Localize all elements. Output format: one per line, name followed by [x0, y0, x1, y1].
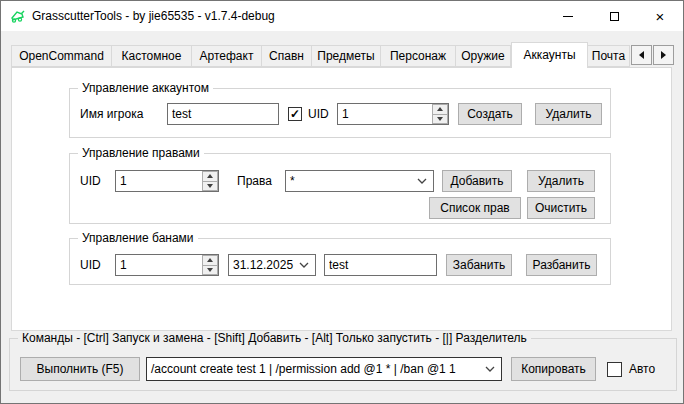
command-combobox[interactable]: /account create test 1 | /permission add…	[146, 357, 502, 381]
minimize-icon	[563, 16, 573, 17]
tab-items[interactable]: Предметы	[312, 45, 381, 67]
stepper-down-button[interactable]	[432, 115, 448, 125]
chevron-down-icon	[485, 366, 495, 372]
tab-spawn[interactable]: Спавн	[262, 45, 312, 67]
uid-checkbox[interactable]: ✓	[288, 107, 302, 121]
ban-uid-value: 1	[116, 255, 202, 275]
permission-management-group: Управление правами UID 1 Права * Добавит…	[69, 153, 611, 224]
tab-scroll-left-button[interactable]	[631, 45, 652, 65]
tab-character[interactable]: Персонаж	[381, 45, 456, 67]
stepper-down-button[interactable]	[202, 182, 218, 192]
chevron-down-icon	[299, 262, 309, 268]
tab-strip: OpenCommand Кастомное Артефакт Спавн Пре…	[11, 42, 630, 67]
chevron-down-icon	[417, 178, 427, 184]
checkmark-icon: ✓	[290, 108, 300, 120]
ban-management-group: Управление банами UID 1 31.12.2025 Забан…	[69, 238, 611, 285]
command-group-title: Команды - [Ctrl] Запуск и замена - [Shif…	[18, 331, 531, 346]
app-window: GrasscutterTools - by jie65535 - v1.7.4-…	[0, 0, 684, 404]
account-group-title: Управление аккаунтом	[78, 81, 213, 96]
tab-opencommand[interactable]: OpenCommand	[11, 45, 112, 67]
player-name-input[interactable]	[167, 103, 279, 125]
create-account-button[interactable]: Создать	[458, 103, 522, 125]
stepper-buttons	[202, 255, 218, 275]
account-management-group: Управление аккаунтом Имя игрока ✓ UID 1 …	[69, 88, 611, 138]
spinner-up-icon	[207, 174, 213, 178]
add-permission-button[interactable]: Добавить	[442, 170, 512, 192]
window-title: GrasscutterTools - by jie65535 - v1.7.4-…	[32, 1, 275, 31]
tab-scroll-right-icon	[661, 51, 666, 59]
tab-artifact[interactable]: Артефакт	[192, 45, 262, 67]
stepper-up-button[interactable]	[202, 171, 218, 182]
account-uid-value: 1	[338, 104, 432, 124]
uid-checkbox-label: UID	[308, 103, 329, 125]
clear-permissions-button[interactable]: Очистить	[527, 197, 595, 219]
titlebar: GrasscutterTools - by jie65535 - v1.7.4-…	[1, 1, 683, 31]
spinner-up-icon	[207, 258, 213, 262]
tab-accounts[interactable]: Аккаунты	[511, 42, 588, 68]
minimize-button[interactable]	[545, 1, 591, 31]
auto-checkbox[interactable]	[607, 362, 622, 377]
command-group: Команды - [Ctrl] Запуск и замена - [Shif…	[9, 338, 677, 391]
run-command-button[interactable]: Выполнить (F5)	[20, 357, 140, 381]
ban-uid-stepper[interactable]: 1	[115, 254, 219, 276]
permission-uid-stepper[interactable]: 1	[115, 170, 219, 192]
copy-command-button[interactable]: Копировать	[511, 357, 596, 381]
ban-date-value: 31.12.2025	[229, 258, 297, 272]
spinner-up-icon	[437, 107, 443, 111]
permission-combobox[interactable]: *	[285, 170, 434, 192]
remove-permission-button[interactable]: Удалить	[527, 170, 595, 192]
ban-date-picker[interactable]: 31.12.2025	[228, 254, 316, 276]
spinner-down-icon	[207, 268, 213, 272]
stepper-buttons	[202, 171, 218, 191]
list-permissions-button[interactable]: Список прав	[429, 197, 521, 219]
ban-button[interactable]: Забанить	[446, 254, 512, 276]
unban-button[interactable]: Разбанить	[526, 254, 597, 276]
close-button[interactable]: ×	[637, 1, 683, 31]
player-name-label: Имя игрока	[80, 103, 143, 125]
tab-mail[interactable]: Почта	[588, 45, 630, 67]
tab-scroll-left-icon	[639, 51, 644, 59]
tab-weapon[interactable]: Оружие	[456, 45, 511, 67]
tab-custom[interactable]: Кастомное	[112, 45, 192, 67]
stepper-buttons	[432, 104, 448, 124]
auto-checkbox-label: Авто	[629, 358, 655, 380]
spinner-down-icon	[437, 117, 443, 121]
ban-reason-input[interactable]	[324, 254, 437, 276]
command-value: /account create test 1 | /permission add…	[147, 362, 483, 376]
permission-group-title: Управление правами	[78, 146, 204, 161]
stepper-up-button[interactable]	[432, 104, 448, 115]
permission-value: *	[286, 174, 415, 188]
permission-label: Права	[237, 170, 272, 192]
close-icon: ×	[656, 9, 665, 24]
permission-uid-value: 1	[116, 171, 202, 191]
tab-scroll-right-button[interactable]	[653, 45, 674, 65]
delete-account-button[interactable]: Удалить	[535, 103, 602, 125]
app-icon	[9, 8, 26, 24]
stepper-up-button[interactable]	[202, 255, 218, 266]
spinner-down-icon	[207, 184, 213, 188]
permission-uid-label: UID	[80, 170, 101, 192]
window-controls: ×	[545, 1, 683, 31]
account-uid-stepper[interactable]: 1	[337, 103, 449, 125]
stepper-down-button[interactable]	[202, 266, 218, 276]
maximize-icon	[610, 12, 619, 21]
maximize-button[interactable]	[591, 1, 637, 31]
ban-group-title: Управление банами	[78, 231, 198, 246]
ban-uid-label: UID	[80, 254, 101, 276]
